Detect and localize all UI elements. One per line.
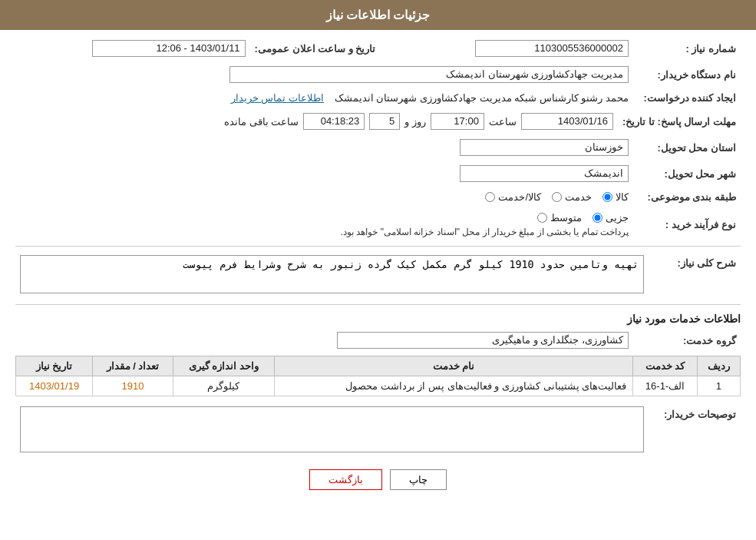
info-table-row6: شهر محل تحویل: اندیمشک <box>15 163 741 184</box>
col-radif: ردیف <box>697 356 740 376</box>
tarikh-label: تاریخ و ساعت اعلان عمومی: <box>250 38 399 59</box>
col-code: کد خدمت <box>633 356 698 376</box>
info-table-row5: استان محل تحویل: خوزستان <box>15 137 741 158</box>
mohlet-mande-input: 04:18:23 <box>303 113 365 130</box>
fara-note: پرداخت تمام یا بخشی از مبلغ خریدار از مح… <box>20 227 629 237</box>
buyer-desc-value <box>15 404 649 457</box>
ostan-input: خوزستان <box>460 139 629 156</box>
radio-khedmat[interactable]: خدمت <box>552 191 592 203</box>
mohlet-roz-input: 5 <box>369 113 400 130</box>
kala-khedmat-label: کالا/خدمت <box>498 191 541 203</box>
service-table: ردیف کد خدمت نام خدمت واحد اندازه گیری ت… <box>15 356 741 396</box>
tabaghe-label: طبقه بندی موضوعی: <box>633 189 741 205</box>
radio-kala-khedmat-input[interactable] <box>485 192 495 202</box>
shomare-niaz-input: 1103005536000002 <box>475 40 629 57</box>
col-vahed: واحد اندازه گیری <box>173 356 274 376</box>
name-dastgah-value: مدیریت جهادکشاورزی شهرستان اندیمشک <box>15 64 633 85</box>
buyer-desc-label: توصیحات خریدار: <box>649 404 741 457</box>
tarikh-value: 1403/01/11 - 12:06 <box>15 38 250 59</box>
khadamat-title: اطلاعات خدمات مورد نیاز <box>15 313 741 325</box>
kala-label: کالا <box>616 191 629 203</box>
radio-jozii[interactable]: جزیی <box>593 212 629 224</box>
divider2 <box>15 304 741 305</box>
cell-tedad: 1910 <box>93 376 173 396</box>
cell-vahed: کیلوگرم <box>173 376 274 396</box>
mohlet-label: مهلت ارسال پاسخ: تا تاریخ: <box>618 111 741 132</box>
cell-name: فعالیت‌های پشتیبانی کشاورزی و فعالیت‌های… <box>274 376 632 396</box>
info-table-row3: ایجاد کننده درخواست: محمد رشنو کارشناس ش… <box>15 90 741 106</box>
tabaghe-options: کالا خدمت کالا/خدمت <box>15 189 633 205</box>
table-row: 1 الف-1-16 فعالیت‌های پشتیبانی کشاورزی و… <box>16 376 741 396</box>
back-button[interactable]: بازگشت <box>309 469 382 490</box>
ijad-konande-value: محمد رشنو کارشناس شبکه مدیریت جهادکشاورز… <box>15 90 633 106</box>
gorooh-input: کشاورزی، جنگلداری و ماهیگیری <box>337 332 629 349</box>
page-container: جزئیات اطلاعات نیاز شماره نیاز : 1103005… <box>0 0 756 540</box>
ostan-label: استان محل تحویل: <box>633 137 741 158</box>
main-content: شماره نیاز : 1103005536000002 تاریخ و سا… <box>0 30 756 505</box>
info-table-row2: نام دستگاه خریدار: مدیریت جهادکشاورزی شه… <box>15 64 741 85</box>
fara-label: نوع فرآیند خرید : <box>633 210 741 240</box>
info-table-row4: مهلت ارسال پاسخ: تا تاریخ: 1403/01/16 سا… <box>15 111 741 132</box>
shomare-niaz-value: 1103005536000002 <box>398 38 633 59</box>
ijad-konande-text: محمد رشنو کارشناس شبکه مدیریت جهادکشاورز… <box>335 92 629 104</box>
info-table-row1: شماره نیاز : 1103005536000002 تاریخ و سا… <box>15 38 741 59</box>
saat-label: ساعت <box>489 116 517 128</box>
info-table-row7: طبقه بندی موضوعی: کالا خدمت کالا/خدمت <box>15 189 741 205</box>
print-button[interactable]: چاپ <box>390 469 447 490</box>
sharh-label: شرح کلی نیاز: <box>649 253 741 298</box>
divider1 <box>15 246 741 247</box>
page-title: جزئیات اطلاعات نیاز <box>326 8 431 22</box>
shomare-niaz-label: شماره نیاز : <box>633 38 741 59</box>
mohlet-saat-input: 17:00 <box>431 113 484 130</box>
shahr-value: اندیمشک <box>15 163 633 184</box>
shahr-input: اندیمشک <box>460 165 629 182</box>
buyer-desc-textarea[interactable] <box>20 406 644 452</box>
mohlet-date-input: 1403/01/16 <box>521 113 613 130</box>
radio-motavasset-input[interactable] <box>537 213 547 223</box>
radio-jozii-input[interactable] <box>593 213 602 223</box>
ostan-value: خوزستان <box>15 137 633 158</box>
fara-options: جزیی متوسط پرداخت تمام یا بخشی از مبلغ خ… <box>15 210 633 240</box>
tamaas-link[interactable]: اطلاعات تماس خریدار <box>231 92 324 104</box>
info-table-row8: نوع فرآیند خرید : جزیی متوسط <box>15 210 741 240</box>
buttons-row: چاپ بازگشت <box>15 469 741 490</box>
sharh-value <box>15 253 649 298</box>
roz-label: روز و <box>404 116 426 128</box>
col-name: نام خدمت <box>274 356 632 376</box>
cell-tarikh: 1403/01/19 <box>16 376 93 396</box>
shahr-label: شهر محل تحویل: <box>633 163 741 184</box>
tarikh-input: 1403/01/11 - 12:06 <box>92 40 246 57</box>
col-tarikh: تاریخ نیاز <box>16 356 93 376</box>
radio-motavasset[interactable]: متوسط <box>537 212 582 224</box>
sharh-textarea[interactable] <box>20 255 644 293</box>
info-table-buyer-desc: توصیحات خریدار: <box>15 404 741 457</box>
ijad-konande-label: ایجاد کننده درخواست: <box>633 90 741 106</box>
info-table-gorooh: گروه خدمت: کشاورزی، جنگلداری و ماهیگیری <box>15 330 741 351</box>
motavasset-label: متوسط <box>550 212 582 224</box>
name-dastgah-input: مدیریت جهادکشاورزی شهرستان اندیمشک <box>229 66 629 83</box>
info-table-sharh: شرح کلی نیاز: <box>15 253 741 298</box>
radio-kala-khedmat[interactable]: کالا/خدمت <box>485 191 541 203</box>
gorooh-value: کشاورزی، جنگلداری و ماهیگیری <box>15 330 633 351</box>
gorooh-label: گروه خدمت: <box>633 330 741 351</box>
radio-khedmat-input[interactable] <box>552 192 562 202</box>
khedmat-label: خدمت <box>565 191 592 203</box>
radio-kala-input[interactable] <box>602 192 612 202</box>
page-header: جزئیات اطلاعات نیاز <box>0 0 756 30</box>
name-dastgah-label: نام دستگاه خریدار: <box>633 64 741 85</box>
mande-label: ساعت باقی مانده <box>224 116 299 128</box>
radio-kala[interactable]: کالا <box>602 191 629 203</box>
jozii-label: جزیی <box>606 212 629 224</box>
cell-radif: 1 <box>697 376 740 396</box>
col-tedad: تعداد / مقدار <box>93 356 173 376</box>
cell-code: الف-1-16 <box>633 376 698 396</box>
mohlet-values: 1403/01/16 ساعت 17:00 روز و 5 04:18:23 س… <box>15 111 618 132</box>
